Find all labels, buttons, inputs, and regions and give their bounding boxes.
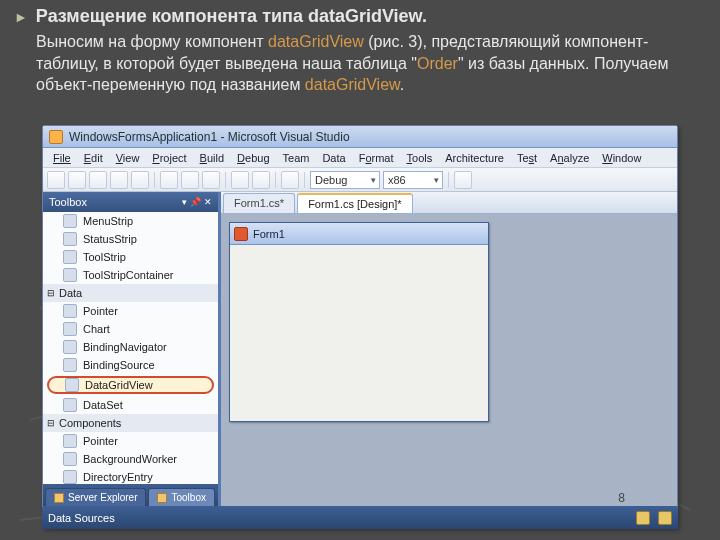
page-number: 8 (618, 491, 625, 505)
menu-test[interactable]: Test (511, 150, 543, 166)
refresh-icon[interactable] (636, 511, 650, 525)
form-title: Form1 (253, 228, 285, 240)
copy-button[interactable] (181, 171, 199, 189)
add-source-icon[interactable] (658, 511, 672, 525)
toolbox-bottom-tabs: Server Explorer Toolbox (43, 484, 218, 506)
tab-server-explorer[interactable]: Server Explorer (45, 488, 146, 506)
config-combo[interactable]: Debug (310, 171, 380, 189)
control-icon (63, 340, 77, 354)
toolbox-item[interactable]: ToolStripContainer (43, 266, 218, 284)
toolbox-item-bindingsource[interactable]: BindingSource (43, 356, 218, 374)
form-window[interactable]: Form1 (229, 222, 489, 422)
new-project-button[interactable] (47, 171, 65, 189)
paste-button[interactable] (202, 171, 220, 189)
toolbox-item-datagridview[interactable]: DataGridView (47, 376, 214, 394)
data-sources-panel-header[interactable]: Data Sources (42, 507, 678, 529)
doc-tab-code[interactable]: Form1.cs* (223, 193, 295, 213)
save-all-button[interactable] (131, 171, 149, 189)
toolbox-item[interactable]: ToolStrip (43, 248, 218, 266)
redo-button[interactable] (252, 171, 270, 189)
toolbox-item[interactable]: StatusStrip (43, 230, 218, 248)
toolbox-item-pointer[interactable]: Pointer (43, 302, 218, 320)
toolbox-item-backgroundworker[interactable]: BackgroundWorker (43, 450, 218, 468)
server-icon (54, 493, 64, 503)
control-icon (63, 250, 77, 264)
pointer-icon (63, 304, 77, 318)
menu-file[interactable]: File (47, 150, 77, 166)
open-button[interactable] (89, 171, 107, 189)
designer-surface[interactable]: Form1 (221, 214, 677, 506)
menu-format[interactable]: Format (353, 150, 400, 166)
save-button[interactable] (110, 171, 128, 189)
menu-bar: File Edit View Project Build Debug Team … (43, 148, 677, 168)
toolbar-separator (448, 172, 449, 188)
menu-build[interactable]: Build (194, 150, 230, 166)
menu-data[interactable]: Data (316, 150, 351, 166)
pin-icon[interactable]: 📌 (190, 197, 201, 207)
start-debug-button[interactable] (281, 171, 299, 189)
menu-debug[interactable]: Debug (231, 150, 275, 166)
toolbox-header[interactable]: Toolbox ▾ 📌 ✕ (43, 192, 218, 212)
window-titlebar[interactable]: WindowsFormsApplication1 - Microsoft Vis… (43, 126, 677, 148)
menu-architecture[interactable]: Architecture (439, 150, 510, 166)
menu-window[interactable]: Window (596, 150, 647, 166)
para-highlight: Order (417, 55, 458, 72)
find-button[interactable] (454, 171, 472, 189)
toolbox-item-pointer[interactable]: Pointer (43, 432, 218, 450)
datagridview-icon (65, 378, 79, 392)
slide-paragraph: Выносим на форму компонент dataGridView … (36, 31, 706, 96)
ide-body: Toolbox ▾ 📌 ✕ MenuStrip StatusStrip Tool… (43, 192, 677, 506)
main-toolbar: Debug x86 (43, 168, 677, 192)
toolbar-separator (304, 172, 305, 188)
form-icon (234, 227, 248, 241)
menu-analyze[interactable]: Analyze (544, 150, 595, 166)
window-title: WindowsFormsApplication1 - Microsoft Vis… (69, 130, 350, 144)
doc-tab-design[interactable]: Form1.cs [Design]* (297, 193, 413, 213)
form-titlebar: Form1 (230, 223, 488, 245)
cut-button[interactable] (160, 171, 178, 189)
collapse-icon: ⊟ (47, 418, 55, 428)
heading-text: Размещение компонента типа dataGridView. (36, 6, 427, 27)
toolbar-separator (275, 172, 276, 188)
bullet-marker: ► (14, 9, 28, 25)
toolbox-item[interactable]: MenuStrip (43, 212, 218, 230)
control-icon (63, 268, 77, 282)
document-tabs: Form1.cs* Form1.cs [Design]* (221, 192, 677, 214)
control-icon (63, 452, 77, 466)
control-icon (63, 358, 77, 372)
toolbox-panel: Toolbox ▾ 📌 ✕ MenuStrip StatusStrip Tool… (43, 192, 221, 506)
dropdown-icon[interactable]: ▾ (182, 197, 187, 207)
menu-view[interactable]: View (110, 150, 146, 166)
toolbox-item-bindingnavigator[interactable]: BindingNavigator (43, 338, 218, 356)
toolbox-icon (157, 493, 167, 503)
para-highlight: dataGridView (305, 76, 400, 93)
toolbar-separator (154, 172, 155, 188)
close-icon[interactable]: ✕ (204, 197, 212, 207)
visual-studio-window: WindowsFormsApplication1 - Microsoft Vis… (42, 125, 678, 529)
menu-project[interactable]: Project (146, 150, 192, 166)
platform-combo[interactable]: x86 (383, 171, 443, 189)
pointer-icon (63, 434, 77, 448)
menu-tools[interactable]: Tools (401, 150, 439, 166)
menu-team[interactable]: Team (277, 150, 316, 166)
control-icon (63, 470, 77, 484)
toolbar-separator (225, 172, 226, 188)
add-item-button[interactable] (68, 171, 86, 189)
toolbox-title: Toolbox (49, 196, 87, 208)
slide-heading: ► Размещение компонента типа dataGridVie… (14, 6, 706, 27)
tab-toolbox[interactable]: Toolbox (148, 488, 214, 506)
undo-button[interactable] (231, 171, 249, 189)
para-highlight: dataGridView (268, 33, 364, 50)
menu-edit[interactable]: Edit (78, 150, 109, 166)
toolbox-item-dataset[interactable]: DataSet (43, 396, 218, 414)
collapse-icon: ⊟ (47, 288, 55, 298)
toolbox-item-directoryentry[interactable]: DirectoryEntry (43, 468, 218, 484)
toolbox-category-data[interactable]: ⊟Data (43, 284, 218, 302)
control-icon (63, 398, 77, 412)
toolbox-body: MenuStrip StatusStrip ToolStrip ToolStri… (43, 212, 218, 484)
toolbox-category-components[interactable]: ⊟Components (43, 414, 218, 432)
toolbox-item-chart[interactable]: Chart (43, 320, 218, 338)
document-area: Form1.cs* Form1.cs [Design]* Form1 (221, 192, 677, 506)
app-icon (49, 130, 63, 144)
control-icon (63, 232, 77, 246)
